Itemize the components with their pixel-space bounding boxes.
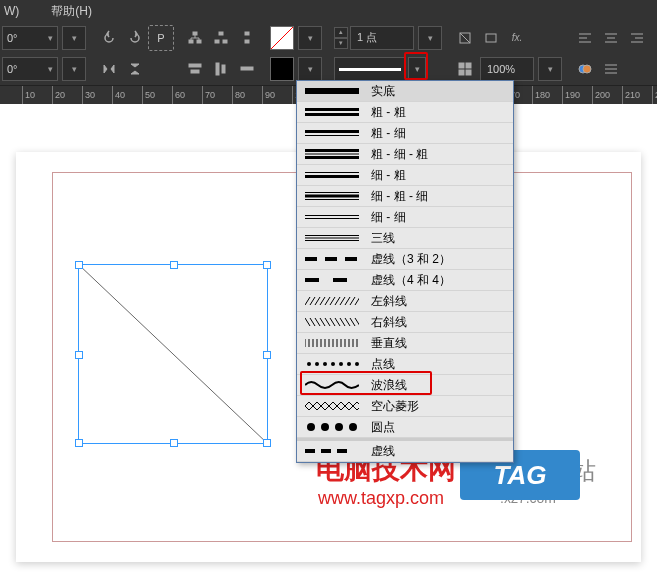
stroke-style-option-hatch-left[interactable]: 左斜线 (297, 291, 513, 312)
stroke-style-option-thin-thick[interactable]: 细 - 粗 (297, 165, 513, 186)
hierarchy-icon-1[interactable] (182, 25, 208, 51)
svg-line-78 (330, 318, 335, 326)
stroke-style-option-diamond[interactable]: 空心菱形 (297, 396, 513, 417)
resize-handle[interactable] (170, 261, 178, 269)
resize-handle[interactable] (75, 261, 83, 269)
svg-rect-45 (305, 154, 359, 155)
angle-dd-1[interactable]: ▾ (62, 26, 86, 50)
svg-line-73 (305, 318, 310, 326)
stroke-style-option-thick-thin[interactable]: 粗 - 细 (297, 123, 513, 144)
align-icon-3[interactable] (234, 56, 260, 82)
svg-rect-48 (305, 175, 359, 178)
zoom-dd[interactable]: ▾ (538, 57, 562, 81)
stroke-option-label: 虚线（3 和 2） (371, 251, 451, 268)
stroke-width-spinner[interactable]: ▴▾ (334, 27, 348, 49)
stroke-black-swatch[interactable] (270, 57, 294, 81)
color-theme-icon[interactable] (572, 56, 598, 82)
hierarchy-icon-3[interactable] (234, 25, 260, 51)
align-icon-1[interactable] (182, 56, 208, 82)
stroke-width-dd[interactable]: ▾ (418, 26, 442, 50)
svg-rect-15 (486, 34, 496, 42)
hierarchy-icon-2[interactable] (208, 25, 234, 51)
stroke-style-dropdown-button[interactable]: ▾ (408, 57, 426, 81)
svg-line-77 (325, 318, 330, 326)
svg-line-72 (355, 297, 359, 305)
stroke-preview-icon (305, 85, 359, 97)
stroke-style-option-hatch-vert[interactable]: 垂直线 (297, 333, 513, 354)
flip-v-icon[interactable] (122, 56, 148, 82)
stroke-option-label: 细 - 细 (371, 209, 406, 226)
svg-rect-42 (305, 130, 359, 133)
svg-point-101 (331, 362, 335, 366)
stroke-style-option-hatch-right[interactable]: 右斜线 (297, 312, 513, 333)
svg-line-69 (340, 297, 345, 305)
stroke-preview-icon (305, 169, 359, 181)
menu-help[interactable]: 帮助(H) (51, 3, 92, 20)
svg-rect-9 (191, 70, 199, 73)
stroke-style-option-dash-3-2[interactable]: 虚线（3 和 2） (297, 249, 513, 270)
align-icon-2[interactable] (208, 56, 234, 82)
svg-rect-60 (305, 278, 319, 282)
svg-rect-56 (305, 240, 359, 241)
angle-input-2[interactable]: 0°▾ (2, 57, 58, 81)
rotate-ccw-icon[interactable] (96, 25, 122, 51)
stroke-width-input[interactable]: 1 点 (350, 26, 414, 50)
stroke-style-option-thick-thick[interactable]: 粗 - 粗 (297, 102, 513, 123)
resize-handle[interactable] (263, 439, 271, 447)
svg-rect-17 (466, 63, 471, 68)
ruler-tick: 190 (562, 86, 580, 104)
svg-point-107 (335, 423, 343, 431)
svg-line-83 (355, 318, 359, 326)
angle-dd-2[interactable]: ▾ (62, 57, 86, 81)
stroke-dd[interactable]: ▾ (298, 57, 322, 81)
selection-box (78, 264, 268, 444)
align-right-icon[interactable] (624, 25, 650, 51)
stroke-preview-icon (305, 253, 359, 265)
resize-handle[interactable] (75, 351, 83, 359)
resize-handle[interactable] (75, 439, 83, 447)
rect-icon[interactable] (478, 25, 504, 51)
align-center-icon[interactable] (598, 25, 624, 51)
flip-h-icon[interactable] (96, 56, 122, 82)
svg-rect-18 (459, 70, 464, 75)
fill-dd[interactable]: ▾ (298, 26, 322, 50)
stroke-style-option-wavy[interactable]: 波浪线 (297, 375, 513, 396)
ruler-tick: 220 (652, 86, 657, 104)
resize-handle[interactable] (263, 261, 271, 269)
resize-handle[interactable] (263, 351, 271, 359)
resize-handle[interactable] (170, 439, 178, 447)
rotate-cw-icon[interactable] (122, 25, 148, 51)
ruler-tick: 40 (112, 86, 125, 104)
svg-rect-50 (305, 195, 359, 198)
svg-line-66 (325, 297, 330, 305)
angle-input-1[interactable]: 0°▾ (2, 26, 58, 50)
stroke-style-option-thin-thick-thin[interactable]: 细 - 粗 - 细 (297, 186, 513, 207)
stroke-style-option-dash-4-4[interactable]: 虚线（4 和 4） (297, 270, 513, 291)
stroke-style-option-bullets[interactable]: 圆点 (297, 417, 513, 438)
grid-icon[interactable] (452, 56, 478, 82)
svg-point-106 (321, 423, 329, 431)
svg-rect-44 (305, 149, 359, 152)
menu-window[interactable]: W) (4, 4, 35, 18)
svg-rect-7 (245, 40, 249, 43)
zoom-input[interactable]: 100% (480, 57, 534, 81)
stroke-preview-icon (305, 316, 359, 328)
svg-line-76 (320, 318, 325, 326)
align-left-icon[interactable] (572, 25, 598, 51)
stroke-preview-icon (305, 211, 359, 223)
frame-icon[interactable] (452, 25, 478, 51)
svg-rect-49 (305, 192, 359, 193)
fx-icon[interactable]: fx. (504, 25, 530, 51)
stroke-style-option-thin-thin[interactable]: 细 - 细 (297, 207, 513, 228)
stroke-style-option-dash[interactable]: 虚线 (297, 441, 513, 462)
stroke-style-option-solid-thick[interactable]: 实底 (297, 81, 513, 102)
fill-none-swatch[interactable] (270, 26, 294, 50)
stroke-style-preview[interactable] (334, 57, 406, 81)
justify-icon[interactable] (598, 56, 624, 82)
stroke-style-option-triple[interactable]: 三线 (297, 228, 513, 249)
svg-line-63 (310, 297, 315, 305)
svg-rect-111 (337, 449, 347, 453)
stroke-style-option-dotted[interactable]: 点线 (297, 354, 513, 375)
svg-rect-19 (466, 70, 471, 75)
stroke-style-option-thick-thin-thick[interactable]: 粗 - 细 - 粗 (297, 144, 513, 165)
